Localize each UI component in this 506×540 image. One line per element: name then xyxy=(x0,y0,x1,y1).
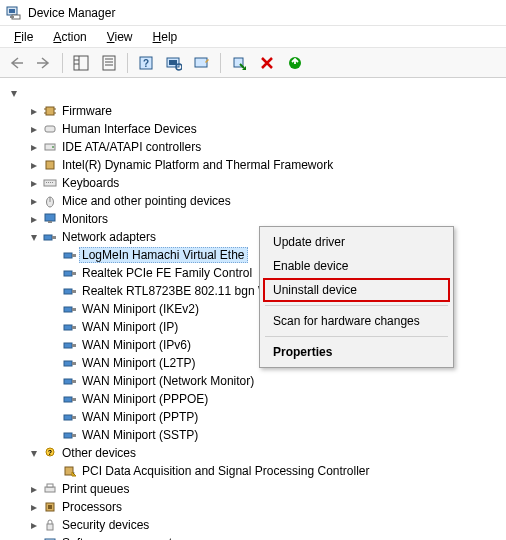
tree-label: WAN Miniport (Network Monitor) xyxy=(82,374,254,388)
svg-rect-50 xyxy=(64,343,72,348)
drive-icon xyxy=(42,139,58,155)
uninstall-device-button[interactable] xyxy=(283,51,307,75)
forward-button[interactable] xyxy=(32,51,56,75)
svg-rect-59 xyxy=(72,416,76,419)
context-menu-properties[interactable]: Properties xyxy=(263,340,450,364)
chevron-right-icon[interactable]: ▸ xyxy=(28,483,40,495)
svg-rect-58 xyxy=(64,415,72,420)
network-adapter-icon xyxy=(62,265,78,281)
svg-rect-69 xyxy=(48,505,52,509)
tree-item-pci[interactable]: ! PCI Data Acquisition and Signal Proces… xyxy=(6,462,506,480)
network-adapter-icon xyxy=(62,301,78,317)
svg-rect-44 xyxy=(64,289,72,294)
tree-item[interactable]: WAN Miniport (SSTP) xyxy=(6,426,506,444)
show-hide-tree-button[interactable] xyxy=(69,51,93,75)
toolbar-separator xyxy=(220,53,221,73)
svg-rect-38 xyxy=(44,235,52,240)
tree-category-mice[interactable]: ▸ Mice and other pointing devices xyxy=(6,192,506,210)
tree-label: WAN Miniport (IP) xyxy=(82,320,178,334)
menubar: File Action View Help xyxy=(0,26,506,48)
titlebar: Device Manager xyxy=(0,0,506,26)
context-menu-update-driver[interactable]: Update driver xyxy=(263,230,450,254)
tree-label: Intel(R) Dynamic Platform and Thermal Fr… xyxy=(62,158,333,172)
enable-device-button[interactable] xyxy=(227,51,251,75)
svg-rect-4 xyxy=(74,56,88,70)
context-menu-separator xyxy=(265,336,448,337)
update-driver-button[interactable] xyxy=(190,51,214,75)
network-adapter-icon xyxy=(62,337,78,353)
tree-category-ide[interactable]: ▸ IDE ATA/ATAPI controllers xyxy=(6,138,506,156)
tree-category-other[interactable]: ▾ ? Other devices xyxy=(6,444,506,462)
disable-device-button[interactable] xyxy=(255,51,279,75)
chevron-right-icon[interactable]: ▸ xyxy=(28,159,40,171)
properties-button[interactable] xyxy=(97,51,121,75)
tree-category-security[interactable]: ▸ Security devices xyxy=(6,516,506,534)
svg-rect-1 xyxy=(9,9,15,13)
network-adapter-icon xyxy=(62,409,78,425)
svg-rect-40 xyxy=(64,253,72,258)
menu-file[interactable]: File xyxy=(4,28,43,46)
tree-category-processors[interactable]: ▸ Processors xyxy=(6,498,506,516)
chevron-down-icon[interactable]: ▾ xyxy=(8,87,20,99)
context-menu-enable-device[interactable]: Enable device xyxy=(263,254,450,278)
svg-rect-28 xyxy=(46,161,54,169)
svg-rect-57 xyxy=(72,398,76,401)
scan-hardware-button[interactable] xyxy=(162,51,186,75)
mouse-icon xyxy=(42,193,58,209)
svg-rect-52 xyxy=(64,361,72,366)
svg-text:!: ! xyxy=(73,471,74,477)
menu-view[interactable]: View xyxy=(97,28,143,46)
menu-help[interactable]: Help xyxy=(143,28,188,46)
tree-category-keyboards[interactable]: ▸ Keyboards xyxy=(6,174,506,192)
tree-label: Other devices xyxy=(62,446,136,460)
chevron-right-icon[interactable]: ▸ xyxy=(28,105,40,117)
tree-item[interactable]: WAN Miniport (PPPOE) xyxy=(6,390,506,408)
toolbar-separator xyxy=(62,53,63,73)
chevron-right-icon[interactable]: ▸ xyxy=(28,195,40,207)
tree-category-hid[interactable]: ▸ Human Interface Devices xyxy=(6,120,506,138)
svg-rect-17 xyxy=(195,58,207,67)
tree-item[interactable]: WAN Miniport (Network Monitor) xyxy=(6,372,506,390)
device-tree[interactable]: ▾ ▸ Firmware ▸ Human Interface Devices ▸… xyxy=(0,78,506,540)
svg-rect-39 xyxy=(52,236,56,239)
context-menu-uninstall-device[interactable]: Uninstall device xyxy=(263,278,450,302)
chevron-right-icon[interactable]: ▸ xyxy=(28,123,40,135)
tree-category-print-queues[interactable]: ▸ Print queues xyxy=(6,480,506,498)
svg-rect-60 xyxy=(64,433,72,438)
chevron-right-icon[interactable]: ▸ xyxy=(28,177,40,189)
chevron-down-icon[interactable]: ▾ xyxy=(28,447,40,459)
tree-label: WAN Miniport (IPv6) xyxy=(82,338,191,352)
svg-rect-70 xyxy=(47,524,53,530)
svg-rect-8 xyxy=(103,56,115,70)
svg-rect-56 xyxy=(64,397,72,402)
tree-label: Realtek RTL8723BE 802.11 bgn W xyxy=(82,284,269,298)
svg-rect-20 xyxy=(46,107,54,115)
svg-rect-45 xyxy=(72,290,76,293)
help-button[interactable]: ? xyxy=(134,51,158,75)
tree-label: Security devices xyxy=(62,518,149,532)
tree-category-software[interactable]: ▸ Software components xyxy=(6,534,506,540)
chevron-right-icon[interactable]: ▸ xyxy=(28,141,40,153)
back-button[interactable] xyxy=(4,51,28,75)
svg-rect-31 xyxy=(48,182,49,183)
menu-action[interactable]: Action xyxy=(43,28,96,46)
tree-item[interactable]: WAN Miniport (PPTP) xyxy=(6,408,506,426)
toolbar-separator xyxy=(127,53,128,73)
tree-category-firmware[interactable]: ▸ Firmware xyxy=(6,102,506,120)
chevron-right-icon[interactable]: ▸ xyxy=(28,519,40,531)
chevron-down-icon[interactable]: ▾ xyxy=(28,231,40,243)
svg-rect-30 xyxy=(46,182,47,183)
tree-label: Realtek PCIe FE Family Control xyxy=(82,266,252,280)
processor-icon xyxy=(42,499,58,515)
tree-label: Human Interface Devices xyxy=(62,122,197,136)
context-menu-scan-hardware[interactable]: Scan for hardware changes xyxy=(263,309,450,333)
chevron-right-icon[interactable]: ▸ xyxy=(28,501,40,513)
tree-category-intel[interactable]: ▸ Intel(R) Dynamic Platform and Thermal … xyxy=(6,156,506,174)
network-adapter-icon xyxy=(62,283,78,299)
chevron-right-icon[interactable]: ▸ xyxy=(28,213,40,225)
svg-rect-49 xyxy=(72,326,76,329)
tree-root-chevron[interactable]: ▾ xyxy=(6,84,506,102)
svg-rect-37 xyxy=(48,221,52,223)
software-icon xyxy=(42,535,58,540)
svg-rect-66 xyxy=(45,487,55,492)
